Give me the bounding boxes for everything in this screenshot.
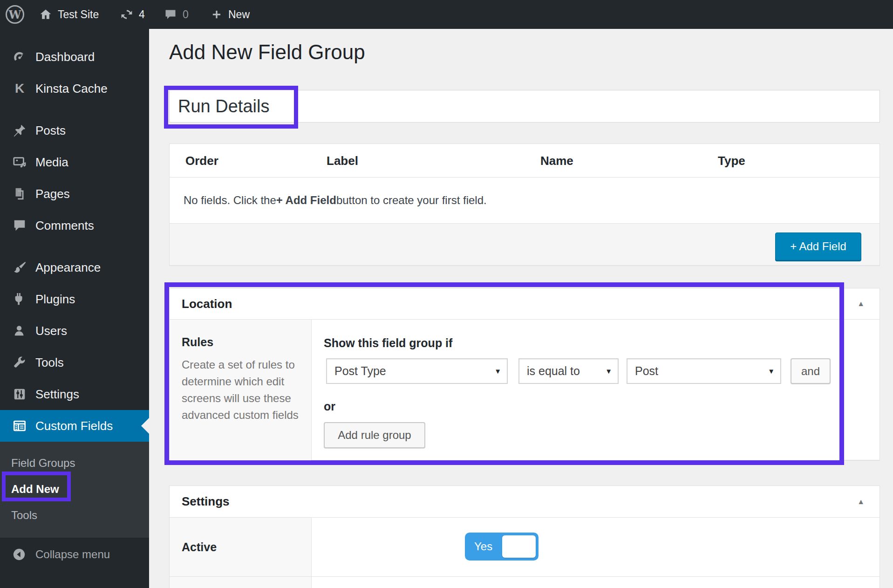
submenu-item-add-new[interactable]: Add New xyxy=(0,476,149,502)
paintbrush-icon xyxy=(12,260,27,275)
comments-button[interactable]: 0 xyxy=(164,0,189,29)
collapse-metabox-icon[interactable]: ▲ xyxy=(857,300,865,308)
no-fields-text: button to create your first field. xyxy=(336,194,487,207)
sidebar-item-label: Kinsta Cache xyxy=(35,82,108,96)
collapse-menu-label: Collapse menu xyxy=(35,548,110,561)
sidebar-item-posts[interactable]: Posts xyxy=(0,115,149,146)
page-title: Add New Field Group xyxy=(169,40,365,65)
active-label: Active xyxy=(170,518,312,576)
pages-icon xyxy=(12,186,27,201)
collapse-menu-button[interactable]: Collapse menu xyxy=(0,544,149,565)
settings-metabox: Settings ▲ Active Yes xyxy=(169,485,880,588)
no-fields-bold-text: + Add Field xyxy=(276,194,336,207)
rule-operator-value: is equal to xyxy=(527,364,580,378)
add-field-button[interactable]: + Add Field xyxy=(775,232,861,260)
sidebar-item-label: Tools xyxy=(35,356,64,370)
sidebar-item-label: Plugins xyxy=(35,292,75,307)
collapse-metabox-icon[interactable]: ▲ xyxy=(857,498,865,506)
select-arrow-icon: ▼ xyxy=(494,367,501,375)
sidebar-item-pages[interactable]: Pages xyxy=(0,178,149,210)
fields-metabox: Order Label Name Type No fields. Click t… xyxy=(169,144,880,266)
active-setting-row: Active Yes xyxy=(170,518,879,577)
plus-icon xyxy=(211,8,223,21)
sidebar-item-comments[interactable]: Comments xyxy=(0,210,149,241)
column-header-type: Type xyxy=(718,144,745,178)
sidebar-item-label: Comments xyxy=(35,219,94,233)
admin-sidebar-menu: Dashboard K Kinsta Cache Posts Media Pag… xyxy=(0,29,149,588)
toggle-knob xyxy=(502,535,536,558)
custom-fields-table-icon xyxy=(12,418,27,433)
rules-label-column: Rules Create a set of rules to determine… xyxy=(170,320,312,460)
sidebar-item-label: Settings xyxy=(35,387,79,402)
menu-separator xyxy=(0,241,149,252)
active-menu-arrow xyxy=(141,418,149,434)
fields-table-header: Order Label Name Type xyxy=(170,144,879,178)
or-label: or xyxy=(324,400,335,413)
column-header-order: Order xyxy=(185,144,218,178)
field-group-title-input[interactable] xyxy=(169,90,880,123)
sidebar-item-custom-fields[interactable]: Custom Fields xyxy=(0,410,149,442)
wordpress-logo-icon: W xyxy=(6,5,24,24)
fields-table-footer: + Add Field xyxy=(170,223,879,265)
submenu-item-field-groups[interactable]: Field Groups xyxy=(0,450,149,476)
comment-bubble-icon xyxy=(12,218,27,233)
no-fields-message: No fields. Click the + Add Field button … xyxy=(170,178,879,223)
next-setting-field-area xyxy=(312,577,879,588)
and-rule-button[interactable]: and xyxy=(791,358,831,384)
wrench-icon xyxy=(12,355,27,370)
select-arrow-icon: ▼ xyxy=(768,367,775,375)
sliders-icon xyxy=(12,387,27,402)
sidebar-item-users[interactable]: Users xyxy=(0,315,149,347)
rule-param-select[interactable]: Post Type ▼ xyxy=(326,358,508,384)
column-header-name: Name xyxy=(540,144,573,178)
sidebar-item-appearance[interactable]: Appearance xyxy=(0,252,149,283)
active-toggle[interactable]: Yes xyxy=(465,533,539,561)
sidebar-item-plugins[interactable]: Plugins xyxy=(0,283,149,315)
show-if-label: Show this field group if xyxy=(324,336,452,350)
active-field-area: Yes xyxy=(312,518,879,576)
location-metabox-title: Location xyxy=(182,297,232,311)
no-fields-text: No fields. Click the xyxy=(184,194,276,207)
sidebar-item-settings[interactable]: Settings xyxy=(0,378,149,410)
submenu-item-label: Tools xyxy=(11,509,37,522)
next-setting-row-partial xyxy=(170,577,879,588)
comments-bubble-icon xyxy=(164,8,177,21)
menu-separator xyxy=(0,104,149,115)
pushpin-icon xyxy=(12,123,27,138)
rule-value-select[interactable]: Post ▼ xyxy=(627,358,781,384)
sidebar-item-kinsta-cache[interactable]: K Kinsta Cache xyxy=(0,73,149,104)
new-content-button[interactable]: New xyxy=(211,0,250,29)
wp-logo-button[interactable]: W xyxy=(6,0,24,29)
dashboard-gauge-icon xyxy=(12,49,27,64)
sidebar-item-label: Dashboard xyxy=(35,50,95,64)
rules-label: Rules xyxy=(182,335,311,349)
location-metabox: Location ▲ Rules Create a set of rules t… xyxy=(169,288,880,460)
sidebar-item-media[interactable]: Media xyxy=(0,146,149,178)
location-rules-area: Show this field group if Post Type ▼ is … xyxy=(312,320,879,460)
updates-button[interactable]: 4 xyxy=(120,0,145,29)
rule-value-value: Post xyxy=(635,364,658,378)
sidebar-item-label: Pages xyxy=(35,187,70,201)
column-header-label: Label xyxy=(327,144,358,178)
add-rule-group-button[interactable]: Add rule group xyxy=(324,422,425,448)
toggle-on-label: Yes xyxy=(474,540,492,553)
sidebar-item-label: Posts xyxy=(35,123,66,138)
next-setting-label-column xyxy=(170,577,312,588)
submenu-item-label: Add New xyxy=(11,483,59,496)
sidebar-item-label: Custom Fields xyxy=(35,419,113,433)
updates-icon xyxy=(120,8,133,21)
rule-param-value: Post Type xyxy=(334,364,386,378)
kinsta-k-icon: K xyxy=(12,81,27,96)
updates-count: 4 xyxy=(139,8,145,21)
sidebar-item-dashboard[interactable]: Dashboard xyxy=(0,41,149,73)
sidebar-item-tools[interactable]: Tools xyxy=(0,347,149,378)
user-icon xyxy=(12,323,27,338)
rule-operator-select[interactable]: is equal to ▼ xyxy=(518,358,619,384)
site-name-link[interactable]: Test Site xyxy=(39,0,99,29)
site-name-label: Test Site xyxy=(58,8,99,21)
custom-fields-submenu: Field Groups Add New Tools xyxy=(0,442,149,538)
submenu-item-tools[interactable]: Tools xyxy=(0,502,149,528)
collapse-arrow-circle-icon xyxy=(12,547,26,561)
sidebar-item-label: Media xyxy=(35,155,68,170)
sidebar-item-label: Users xyxy=(35,324,67,338)
